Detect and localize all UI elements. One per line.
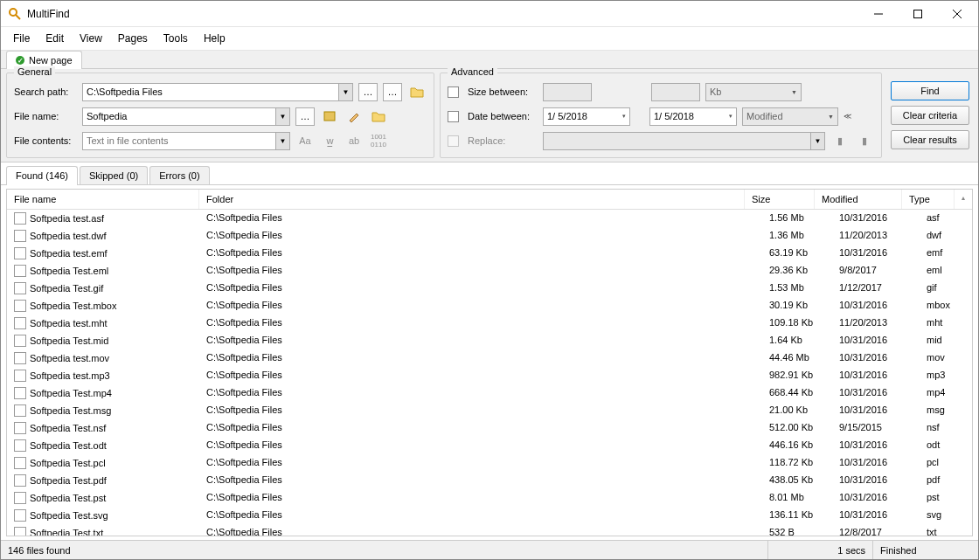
col-size[interactable]: Size xyxy=(745,190,815,209)
date-to-input[interactable]: 1/ 5/2018▾ xyxy=(649,107,737,126)
file-name-field[interactable] xyxy=(83,108,275,125)
menu-view[interactable]: View xyxy=(73,30,109,47)
cell-folder: C:\Softpedia Files xyxy=(199,333,762,349)
table-row[interactable]: Softpedia Test.msgC:\Softpedia Files21.0… xyxy=(7,402,972,419)
status-time: 1 secs xyxy=(768,541,873,559)
file-name-input[interactable]: ▼ xyxy=(82,107,290,126)
search-path-dropdown-icon[interactable]: ▼ xyxy=(338,84,352,100)
replace-action2-icon[interactable]: ▮ xyxy=(855,132,874,150)
menu-pages[interactable]: Pages xyxy=(111,30,155,47)
minimize-button[interactable] xyxy=(858,1,898,26)
date-kind-select[interactable]: Modified▼ xyxy=(742,107,838,126)
cell-name: Softpedia Test.mbox xyxy=(30,301,116,311)
file-name-dropdown-icon[interactable]: ▼ xyxy=(275,108,289,125)
col-folder[interactable]: Folder xyxy=(199,190,745,209)
replace-dropdown-icon[interactable]: ▼ xyxy=(810,133,824,149)
date-from-input[interactable]: 1/ 5/2018▾ xyxy=(543,107,630,126)
menu-help[interactable]: Help xyxy=(197,30,233,47)
table-row[interactable]: Softpedia Test.nsfC:\Softpedia Files512.… xyxy=(7,419,972,437)
col-type[interactable]: Type xyxy=(902,190,955,209)
filter-icon[interactable] xyxy=(320,107,339,126)
case-sensitive-icon[interactable]: Aa xyxy=(295,132,315,150)
file-contents-field[interactable] xyxy=(83,133,275,149)
cell-modified: 10/31/2016 xyxy=(832,508,920,523)
table-row[interactable]: Softpedia Test.odtC:\Softpedia Files446.… xyxy=(7,437,972,454)
file-contents-dropdown-icon[interactable]: ▼ xyxy=(275,133,289,149)
replace-action1-icon[interactable]: ▮ xyxy=(830,132,850,150)
cell-size: 29.36 Kb xyxy=(762,263,832,279)
binary-icon[interactable]: 10010110 xyxy=(369,132,388,150)
menu-tools[interactable]: Tools xyxy=(156,30,195,47)
cell-size: 118.72 Kb xyxy=(762,455,832,471)
cell-name: Softpedia Test.nsf xyxy=(30,423,106,433)
replace-field[interactable] xyxy=(544,133,810,149)
table-row[interactable]: Softpedia Test.gifC:\Softpedia Files1.53… xyxy=(7,280,972,297)
table-row[interactable]: Softpedia Test.mboxC:\Softpedia Files30.… xyxy=(7,297,972,315)
file-icon xyxy=(14,352,26,364)
find-button[interactable]: Find xyxy=(891,81,969,100)
date-kind-label: Modified xyxy=(746,111,783,121)
tab-errors[interactable]: Errors (0) xyxy=(149,166,209,184)
table-row[interactable]: Softpedia Test.svgC:\Softpedia Files136.… xyxy=(7,507,972,524)
replace-checkbox[interactable] xyxy=(448,135,459,147)
browse-path-button[interactable]: … xyxy=(358,83,378,101)
whole-word-icon[interactable]: w̲ xyxy=(320,132,339,150)
scroll-head-icon[interactable]: ▴ xyxy=(955,190,972,209)
table-row[interactable]: Softpedia test.mp3C:\Softpedia Files982.… xyxy=(7,367,972,384)
size-min-input[interactable] xyxy=(543,83,592,101)
table-row[interactable]: Softpedia test.asfC:\Softpedia Files1.56… xyxy=(7,210,972,227)
table-row[interactable]: Softpedia Test.pclC:\Softpedia Files118.… xyxy=(7,454,972,472)
statusbar: 146 files found 1 secs Finished xyxy=(1,540,978,559)
cell-modified: 10/31/2016 xyxy=(832,211,920,226)
table-row[interactable]: Softpedia Test.pstC:\Softpedia Files8.01… xyxy=(7,489,972,507)
table-row[interactable]: Softpedia Test.txtC:\Softpedia Files532 … xyxy=(7,524,972,536)
cell-type: txt xyxy=(920,525,972,536)
clear-criteria-button[interactable]: Clear criteria xyxy=(891,106,969,125)
cell-folder: C:\Softpedia Files xyxy=(199,228,762,244)
svg-rect-6 xyxy=(324,112,335,121)
close-button[interactable] xyxy=(937,1,976,26)
cell-size: 109.18 Kb xyxy=(762,315,832,331)
col-file-name[interactable]: File name xyxy=(7,190,199,209)
date-between-checkbox[interactable] xyxy=(448,111,459,122)
cell-type: mid xyxy=(920,333,972,349)
size-between-checkbox[interactable] xyxy=(448,86,459,98)
table-row[interactable]: Softpedia Test.emlC:\Softpedia Files29.3… xyxy=(7,262,972,280)
path-extra-button[interactable]: … xyxy=(383,83,402,101)
label-file-name: File name: xyxy=(14,111,77,121)
table-row[interactable]: Softpedia test.dwfC:\Softpedia Files1.36… xyxy=(7,227,972,245)
cell-size: 512.00 Kb xyxy=(762,420,832,436)
tab-skipped[interactable]: Skipped (0) xyxy=(80,166,148,184)
table-row[interactable]: Softpedia test.mhtC:\Softpedia Files109.… xyxy=(7,315,972,332)
collapse-advanced-icon[interactable]: ≪ xyxy=(844,112,851,121)
file-name-options-button[interactable]: … xyxy=(295,107,315,126)
replace-input[interactable]: ▼ xyxy=(543,132,825,150)
tab-found[interactable]: Found (146) xyxy=(6,166,78,185)
search-path-input[interactable]: ▼ xyxy=(82,83,353,101)
edit-name-icon[interactable] xyxy=(344,107,364,126)
col-modified[interactable]: Modified xyxy=(815,190,902,209)
clear-results-button[interactable]: Clear results xyxy=(891,130,969,149)
cell-folder: C:\Softpedia Files xyxy=(199,490,762,506)
file-contents-input[interactable]: ▼ xyxy=(82,132,290,150)
maximize-button[interactable] xyxy=(898,1,937,26)
menu-edit[interactable]: Edit xyxy=(38,30,71,47)
table-row[interactable]: Softpedia Test.midC:\Softpedia Files1.64… xyxy=(7,332,972,349)
cell-folder: C:\Softpedia Files xyxy=(199,420,762,436)
search-path-field[interactable] xyxy=(83,84,338,100)
table-body[interactable]: Softpedia test.asfC:\Softpedia Files1.56… xyxy=(7,210,972,536)
table-row[interactable]: Softpedia Test.mp4C:\Softpedia Files668.… xyxy=(7,384,972,402)
folder-filter-icon[interactable] xyxy=(369,107,388,126)
cell-folder: C:\Softpedia Files xyxy=(199,385,762,401)
size-unit-select[interactable]: Kb▼ xyxy=(705,83,802,101)
cell-type: gif xyxy=(920,280,972,296)
menu-file[interactable]: File xyxy=(6,30,37,47)
cell-size: 30.19 Kb xyxy=(762,298,832,314)
size-max-input[interactable] xyxy=(651,83,700,101)
table-row[interactable]: Softpedia test.movC:\Softpedia Files44.4… xyxy=(7,349,972,367)
cell-name: Softpedia Test.txt xyxy=(30,528,103,536)
regex-icon[interactable]: ab xyxy=(344,132,364,150)
open-folder-icon[interactable] xyxy=(407,83,427,101)
table-row[interactable]: Softpedia Test.pdfC:\Softpedia Files438.… xyxy=(7,472,972,489)
table-row[interactable]: Softpedia test.emfC:\Softpedia Files63.1… xyxy=(7,245,972,262)
